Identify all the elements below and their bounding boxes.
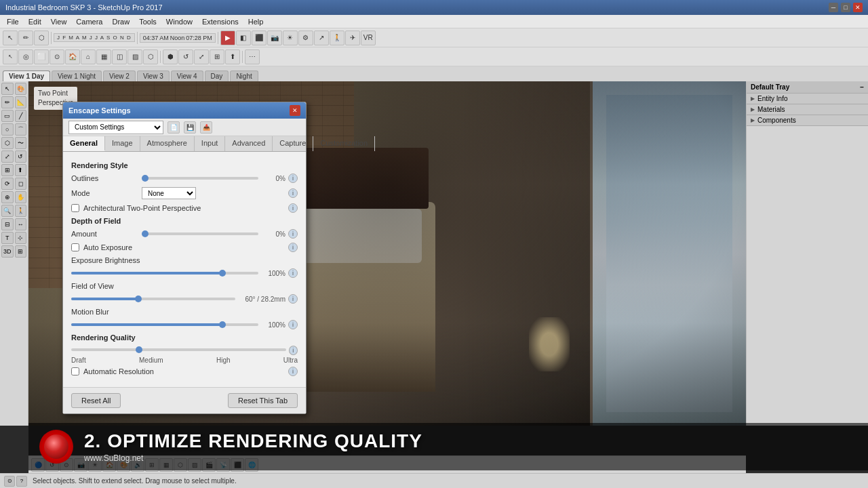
toolbar-sun-btn[interactable]: ☀ [283, 30, 298, 45]
toolbar-vrx-btn[interactable]: VR [361, 30, 376, 45]
lt-dim-btn[interactable]: ↔ [15, 218, 27, 230]
toolbar2-more-btn[interactable]: ⋯ [245, 49, 260, 64]
lt-extra-btn[interactable]: ⊞ [15, 245, 27, 258]
toolbar-settings-btn[interactable]: ⚙ [298, 30, 313, 45]
toolbar2-btn-3[interactable]: ⬜ [34, 49, 49, 64]
toolbar2-btn-5[interactable]: 🏠 [65, 49, 80, 64]
lt-orbit-btn[interactable]: ⊕ [1, 191, 14, 203]
outlines-info-btn[interactable]: i [288, 174, 298, 183]
dof-slider[interactable] [142, 232, 258, 235]
quality-track[interactable] [71, 348, 286, 351]
tab-general[interactable]: General [63, 136, 105, 151]
dialog-close-button[interactable]: ✕ [290, 105, 300, 116]
toolbar2-btn-8[interactable]: ◫ [112, 49, 127, 64]
toolbar2-btn-1[interactable]: ↖ [3, 49, 18, 64]
lt-3dtext-btn[interactable]: 3D [1, 245, 14, 258]
lt-scale-btn[interactable]: ⊞ [1, 164, 14, 176]
toolbar-walk-btn[interactable]: 🚶 [330, 30, 344, 45]
lt-arc-btn[interactable]: ⌒ [15, 123, 27, 136]
brightness-slider[interactable] [71, 272, 258, 274]
auto-exposure-info-btn[interactable]: i [288, 243, 298, 252]
lt-paint-btn[interactable]: 🎨 [15, 83, 27, 95]
menu-draw[interactable]: Draw [108, 16, 134, 27]
menu-file[interactable]: File [3, 16, 23, 27]
tab-atmosphere[interactable]: Atmosphere [140, 136, 195, 151]
brightness-info-btn[interactable]: i [288, 268, 298, 278]
menu-camera[interactable]: Camera [72, 16, 106, 27]
toolbar-fly-btn[interactable]: ✈ [345, 30, 360, 45]
view-tab-2[interactable]: View 2 [103, 70, 136, 81]
lt-rotate-btn[interactable]: ↺ [15, 150, 27, 163]
toolbar-btn-2[interactable]: ✏ [18, 30, 33, 45]
tab-input[interactable]: Input [195, 136, 225, 151]
lt-text-btn[interactable]: T [1, 232, 14, 244]
view-tab-day[interactable]: Day [205, 70, 229, 81]
lt-tape-btn[interactable]: 📐 [15, 96, 27, 108]
toolbar2-btn-9[interactable]: ▨ [127, 49, 142, 64]
lt-move-btn[interactable]: ⤢ [1, 150, 14, 163]
toolbar2-btn-10[interactable]: ⬡ [143, 49, 158, 64]
view-tab-night[interactable]: Night [230, 70, 258, 81]
entity-info-header[interactable]: ▶ Entity Info [747, 94, 868, 104]
toolbar2-scale-btn[interactable]: ⊞ [210, 49, 224, 64]
toolbar-3d-btn[interactable]: ⬛ [252, 30, 267, 45]
lt-rect-btn[interactable]: ▭ [1, 110, 14, 122]
arch-perspective-checkbox[interactable] [71, 204, 79, 212]
motion-blur-slider[interactable] [71, 323, 258, 326]
lt-poly-btn[interactable]: ⬡ [1, 137, 14, 149]
mode-select[interactable]: None Clay White [142, 187, 196, 199]
toolbar2-push-btn[interactable]: ⬆ [225, 49, 240, 64]
lt-axes-btn[interactable]: ⊹ [15, 232, 27, 244]
lt-eraser-btn[interactable]: ✏ [1, 96, 14, 108]
lt-zoom-btn[interactable]: 🔍 [1, 205, 14, 217]
dialog-save-icon[interactable]: 💾 [184, 121, 196, 134]
menu-edit[interactable]: Edit [24, 16, 45, 27]
toolbar-cam-btn[interactable]: 📷 [267, 30, 282, 45]
lt-line-btn[interactable]: ╱ [15, 110, 27, 122]
view-tab-3[interactable]: View 3 [137, 70, 170, 81]
menu-view[interactable]: View [47, 16, 71, 27]
toolbar2-btn-6[interactable]: ⌂ [81, 49, 96, 64]
motion-blur-info-btn[interactable]: i [288, 320, 298, 329]
dof-info-btn[interactable]: i [288, 229, 298, 239]
auto-resolution-info-btn[interactable]: i [288, 367, 298, 376]
fov-slider[interactable] [71, 298, 235, 300]
toolbar2-btn-7[interactable]: ▦ [96, 49, 111, 64]
tab-customization[interactable]: Customization [313, 136, 375, 151]
lt-freehand-btn[interactable]: 〜 [15, 137, 27, 149]
lt-follow-btn[interactable]: ⟳ [1, 178, 14, 190]
dialog-import-icon[interactable]: 📥 [200, 121, 212, 134]
lt-select-btn[interactable]: ↖ [1, 83, 14, 95]
toolbar-render-btn[interactable]: ▶ [220, 30, 235, 45]
view-tab-1night[interactable]: View 1 Night [52, 70, 102, 81]
lt-push-btn[interactable]: ⬆ [15, 164, 27, 176]
toolbar-export-btn[interactable]: ↗ [314, 30, 329, 45]
tab-advanced[interactable]: Advanced [225, 136, 273, 151]
arch-perspective-info-btn[interactable]: i [288, 203, 298, 213]
toolbar2-move-btn[interactable]: ⤢ [194, 49, 209, 64]
lt-section-btn[interactable]: ⊟ [1, 218, 14, 230]
reset-tab-button[interactable]: Reset This Tab [228, 393, 298, 408]
toolbar2-shape-btn[interactable]: ⬢ [163, 49, 178, 64]
view-tab-4[interactable]: View 4 [171, 70, 203, 81]
toolbar-cube-btn[interactable]: ◧ [236, 30, 251, 45]
toolbar-btn-1[interactable]: ↖ [3, 30, 18, 45]
lt-circle-btn[interactable]: ○ [1, 123, 14, 136]
tab-capture[interactable]: Capture [273, 136, 313, 151]
tab-image[interactable]: Image [105, 136, 140, 151]
lt-walk-btn[interactable]: 🚶 [15, 205, 27, 217]
menu-help[interactable]: Help [244, 16, 268, 27]
lt-pan-btn[interactable]: ✋ [15, 191, 27, 203]
fov-info-btn[interactable]: i [288, 294, 298, 304]
menu-extensions[interactable]: Extensions [198, 16, 243, 27]
toolbar2-rotate-btn[interactable]: ↺ [178, 49, 193, 64]
view-tab-1day[interactable]: View 1 Day [3, 70, 50, 81]
toolbar2-btn-2[interactable]: ◎ [18, 49, 33, 64]
components-header[interactable]: ▶ Components [747, 115, 868, 125]
outlines-slider[interactable] [142, 177, 258, 180]
toolbar-btn-3[interactable]: ⬡ [34, 30, 49, 45]
menu-tools[interactable]: Tools [135, 16, 161, 27]
materials-header[interactable]: ▶ Materials [747, 104, 868, 115]
auto-exposure-checkbox[interactable] [71, 243, 79, 251]
minimize-button[interactable]: ─ [829, 3, 838, 12]
